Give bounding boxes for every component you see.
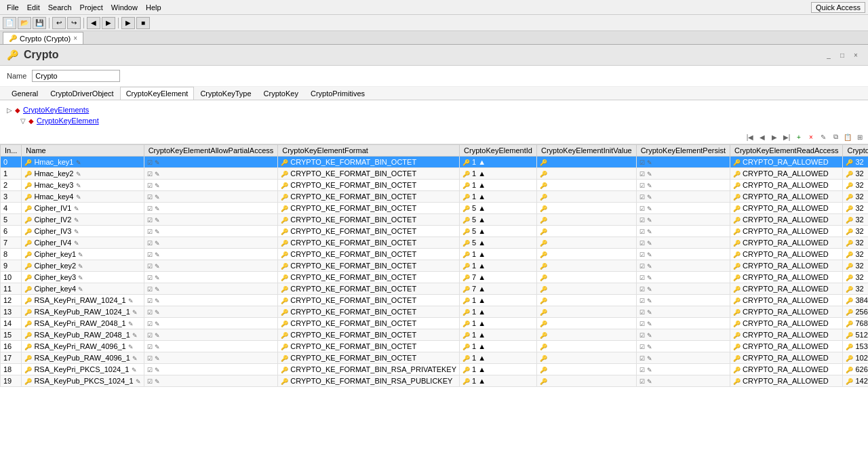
cell-read-access: 🔑 CRYPTO_RA_ALLOWED [730, 306, 842, 318]
table-row[interactable]: 5 🔑 Cipher_IV2 ✎ ☑ ✎ 🔑 CRYPTO_KE_FORMAT_… [1, 214, 869, 226]
check-icon: ☑ [639, 194, 645, 201]
cell-index: 5 [1, 214, 22, 226]
toolbar-undo[interactable]: ↩ [52, 17, 66, 29]
edit-icon: ✎ [647, 378, 652, 385]
cell-icon: 🔑 [733, 251, 741, 258]
cell-icon: 🔑 [462, 251, 470, 258]
table-row[interactable]: 2 🔑 Hmac_key3 ✎ ☑ ✎ 🔑 CRYPTO_KE_FORMAT_B… [1, 180, 869, 191]
menu-file[interactable]: File [3, 2, 23, 13]
table-paste-btn[interactable]: 📋 [842, 131, 853, 142]
tree-parent-item[interactable]: ▷ ◆ CryptoKeyElements [7, 104, 861, 115]
tab-cryptokeyelement[interactable]: CryptoKeyElement [120, 87, 195, 100]
cell-init-value: 🔑 [536, 168, 636, 180]
maximize-icon[interactable]: □ [837, 49, 848, 60]
cell-icon: 🔑 [733, 321, 741, 327]
cell-icon: 🔑 [846, 263, 853, 270]
table-expand-btn[interactable]: ⊞ [854, 131, 865, 142]
col-header-index[interactable]: In... [1, 145, 22, 157]
table-row[interactable]: 14 🔑 RSA_KeyPri_RAW_2048_1 ✎ ☑ ✎ 🔑 CRYPT… [1, 318, 869, 329]
toolbar-back[interactable]: ◀ [87, 17, 100, 29]
check-icon: ☑ [639, 298, 645, 304]
edit-icon: ✎ [155, 286, 160, 293]
table-row[interactable]: 18 🔑 RSA_KeyPri_PKCS_1024_1 ✎ ☑ ✎ 🔑 CRYP… [1, 364, 869, 375]
col-header-name[interactable]: Name [22, 145, 144, 157]
tab-cryptoprimitives[interactable]: CryptoPrimitives [304, 87, 371, 100]
table-row[interactable]: 11 🔑 Cipher_key4 ✎ ☑ ✎ 🔑 CRYPTO_KE_FORMA… [1, 283, 869, 295]
cell-persist: ☑ ✎ [636, 191, 730, 203]
menu-window[interactable]: Window [107, 2, 142, 13]
table-nav-next[interactable]: ▶ [769, 131, 780, 142]
check-icon: ☑ [147, 274, 153, 281]
table-row[interactable]: 3 🔑 Hmac_key4 ✎ ☑ ✎ 🔑 CRYPTO_KE_FORMAT_B… [1, 191, 869, 203]
edit-icon: ✎ [132, 309, 138, 316]
cell-size: 🔑 32 [843, 157, 868, 168]
menu-search[interactable]: Search [44, 2, 76, 13]
col-header-format[interactable]: CryptoKeyElementFormat [278, 145, 460, 157]
menu-edit[interactable]: Edit [23, 2, 44, 13]
menu-help[interactable]: Help [142, 2, 165, 13]
table-row[interactable]: 4 🔑 Cipher_IV1 ✎ ☑ ✎ 🔑 CRYPTO_KE_FORMAT_… [1, 203, 869, 214]
quick-access-button[interactable]: Quick Access [811, 2, 865, 13]
table-copy-btn[interactable]: ⧉ [830, 131, 841, 142]
cell-index: 0 [1, 157, 22, 168]
table-row[interactable]: 17 🔑 RSA_KeyPub_RAW_4096_1 ✎ ☑ ✎ 🔑 CRYPT… [1, 352, 869, 364]
tab-cryptokey[interactable]: CryptoKey [258, 87, 304, 100]
table-container[interactable]: In... Name CryptoKeyElementAllowPartialA… [0, 144, 868, 450]
cell-id: 🔑 5 ▲ [460, 214, 537, 226]
table-row[interactable]: 7 🔑 Cipher_IV4 ✎ ☑ ✎ 🔑 CRYPTO_KE_FORMAT_… [1, 237, 869, 249]
tree-parent-link[interactable]: CryptoKeyElements [23, 106, 89, 114]
table-edit-btn[interactable]: ✎ [818, 131, 829, 142]
tree-child-link[interactable]: CryptoKeyElement [37, 117, 99, 125]
edit-icon: ✎ [128, 298, 134, 304]
cell-icon: 🔑 [540, 159, 547, 166]
table-row[interactable]: 1 🔑 Hmac_key2 ✎ ☑ ✎ 🔑 CRYPTO_KE_FORMAT_B… [1, 168, 869, 180]
name-input[interactable] [32, 70, 120, 82]
col-header-init-value[interactable]: CryptoKeyElementInitValue [536, 145, 636, 157]
cell-size: 🔑 626 [843, 364, 868, 375]
cell-read-access: 🔑 CRYPTO_RA_ALLOWED [730, 168, 842, 180]
tree-child-item[interactable]: ▽ ◆ CryptoKeyElement [20, 115, 861, 126]
tab-cryptodriverobject[interactable]: CryptoDriverObject [44, 87, 120, 100]
col-header-persist[interactable]: CryptoKeyElementPersist [636, 145, 730, 157]
cell-icon: 🔑 [24, 240, 32, 247]
cell-id: 🔑 1 ▲ [460, 180, 537, 191]
tab-cryptokeytype[interactable]: CryptoKeyType [194, 87, 257, 100]
close-page-icon[interactable]: × [850, 49, 861, 60]
minimize-icon[interactable]: _ [823, 49, 834, 60]
table-row[interactable]: 19 🔑 RSA_KeyPub_PKCS_1024_1 ✎ ☑ ✎ 🔑 CRYP… [1, 375, 869, 387]
table-row[interactable]: 8 🔑 Cipher_key1 ✎ ☑ ✎ 🔑 CRYPTO_KE_FORMAT… [1, 249, 869, 260]
col-header-allow-partial[interactable]: CryptoKeyElementAllowPartialAccess [144, 145, 278, 157]
table-row[interactable]: 9 🔑 Cipher_key2 ✎ ☑ ✎ 🔑 CRYPTO_KE_FORMAT… [1, 260, 869, 272]
table-row[interactable]: 16 🔑 RSA_KeyPri_RAW_4096_1 ✎ ☑ ✎ 🔑 CRYPT… [1, 341, 869, 352]
table-add-btn[interactable]: + [793, 131, 804, 142]
menu-project[interactable]: Project [76, 2, 107, 13]
table-row[interactable]: 13 🔑 RSA_KeyPub_RAW_1024_1 ✎ ☑ ✎ 🔑 CRYPT… [1, 306, 869, 318]
table-row[interactable]: 12 🔑 RSA_KeyPri_RAW_1024_1 ✎ ☑ ✎ 🔑 CRYPT… [1, 295, 869, 306]
editor-tab-crypto[interactable]: 🔑 Crypto (Crypto) × [3, 32, 83, 44]
toolbar-new[interactable]: 📄 [3, 17, 16, 29]
col-header-id[interactable]: CryptoKeyElementId [460, 145, 537, 157]
toolbar-open[interactable]: 📂 [18, 17, 31, 29]
table-row[interactable]: 10 🔑 Cipher_key3 ✎ ☑ ✎ 🔑 CRYPTO_KE_FORMA… [1, 272, 869, 283]
table-nav-last[interactable]: ▶| [781, 131, 792, 142]
toolbar-save[interactable]: 💾 [33, 17, 46, 29]
toolbar-run[interactable]: ▶ [121, 17, 135, 29]
tab-close-button[interactable]: × [73, 35, 77, 42]
table-row[interactable]: 6 🔑 Cipher_IV3 ✎ ☑ ✎ 🔑 CRYPTO_KE_FORMAT_… [1, 226, 869, 237]
toolbar-forward[interactable]: ▶ [102, 17, 115, 29]
toolbar-redo[interactable]: ↪ [67, 17, 81, 29]
cell-read-access: 🔑 CRYPTO_RA_ALLOWED [730, 295, 842, 306]
cell-init-value: 🔑 [536, 329, 636, 341]
table-nav-prev[interactable]: ◀ [757, 131, 768, 142]
edit-icon: ✎ [647, 182, 652, 189]
cell-icon: 🔑 [281, 321, 288, 327]
toolbar-stop[interactable]: ■ [136, 17, 150, 29]
col-header-size[interactable]: CryptoKeyElementSize [843, 145, 868, 157]
table-row[interactable]: 0 🔑 Hmac_key1 ✎ ☑ ✎ 🔑 CRYPTO_KE_FORMAT_B… [1, 157, 869, 168]
table-delete-btn[interactable]: × [806, 131, 816, 142]
cell-format: 🔑 CRYPTO_KE_FORMAT_BIN_OCTET [278, 260, 460, 272]
table-row[interactable]: 15 🔑 RSA_KeyPub_RAW_2048_1 ✎ ☑ ✎ 🔑 CRYPT… [1, 329, 869, 341]
table-nav-first[interactable]: |◀ [745, 131, 755, 142]
tab-general[interactable]: General [5, 87, 44, 100]
col-header-read-access[interactable]: CryptoKeyElementReadAccess [730, 145, 842, 157]
